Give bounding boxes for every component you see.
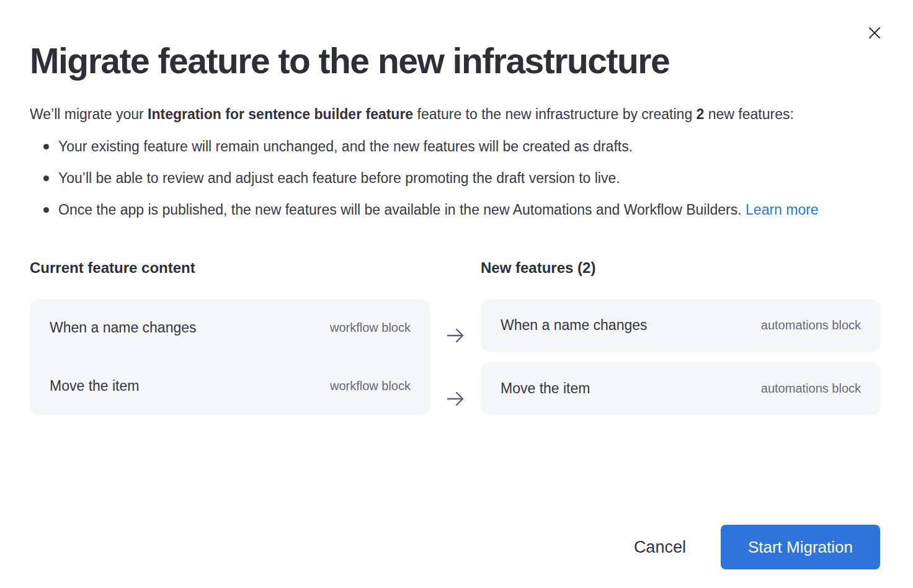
migration-dialog: Migrate feature to the new infrastructur… [0, 0, 913, 588]
new-feature-card: When a name changes automations block [481, 299, 881, 352]
mapping-arrows-column [430, 259, 481, 425]
list-item: Once the app is published, the new featu… [58, 197, 865, 222]
feature-row-type: automations block [761, 381, 861, 396]
new-column-header: New features (2) [481, 259, 881, 278]
current-feature-card: When a name changes workflow block Move … [30, 299, 430, 416]
feature-row-title: When a name changes [50, 319, 197, 336]
feature-row-title: When a name changes [501, 317, 648, 334]
feature-row-title: Move the item [501, 380, 590, 397]
new-features-column: New features (2) When a name changes aut… [481, 259, 881, 425]
intro-paragraph: We’ll migrate your Integration for sente… [30, 102, 873, 127]
feature-row-type: workflow block [330, 379, 411, 393]
intro-text-pre: We’ll migrate your [30, 106, 148, 122]
new-feature-card: Move the item automations block [481, 362, 881, 416]
feature-row-type: automations block [761, 318, 861, 332]
list-item: You’ll be able to review and adjust each… [58, 166, 865, 190]
feature-row-title: Move the item [50, 378, 139, 394]
current-feature-row: Move the item workflow block [30, 357, 430, 416]
start-migration-button[interactable]: Start Migration [721, 525, 880, 569]
feature-mapping-section: Current feature content When a name chan… [30, 259, 881, 425]
feature-row-type: workflow block [330, 321, 411, 335]
dialog-footer: Cancel Start Migration [634, 525, 880, 569]
close-button[interactable] [865, 24, 884, 43]
intro-text-post: new features: [704, 106, 793, 122]
new-feature-cards: When a name changes automations block Mo… [481, 299, 881, 416]
intro-text-mid: feature to the new infrastructure by cre… [413, 106, 696, 122]
learn-more-link[interactable]: Learn more [746, 202, 819, 218]
migration-notes-list: Your existing feature will remain unchan… [30, 134, 881, 222]
list-item-text: Once the app is published, the new featu… [58, 202, 746, 218]
current-column-header: Current feature content [30, 259, 430, 278]
list-item: Your existing feature will remain unchan… [58, 134, 865, 159]
feature-count: 2 [697, 106, 705, 122]
cancel-button[interactable]: Cancel [634, 538, 686, 557]
arrow-right-icon [430, 372, 481, 425]
current-feature-row: When a name changes workflow block [30, 299, 430, 357]
dialog-title: Migrate feature to the new infrastructur… [30, 0, 881, 82]
arrow-right-icon [430, 309, 481, 362]
close-icon [867, 25, 882, 42]
arrow-column-spacer [430, 259, 481, 299]
feature-name: Integration for sentence builder feature [148, 106, 413, 122]
current-features-column: Current feature content When a name chan… [30, 259, 430, 425]
